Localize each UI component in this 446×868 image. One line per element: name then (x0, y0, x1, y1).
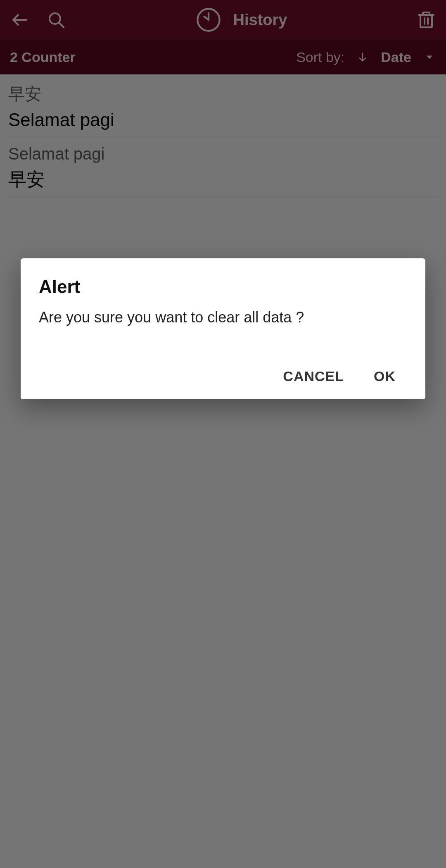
dialog-message: Are you sure you want to clear all data … (39, 309, 407, 326)
modal-overlay[interactable] (0, 0, 446, 868)
cancel-button[interactable]: CANCEL (280, 363, 347, 389)
ok-button[interactable]: OK (370, 363, 399, 389)
alert-dialog: Alert Are you sure you want to clear all… (21, 258, 425, 399)
dialog-title: Alert (39, 277, 407, 297)
dialog-buttons: CANCEL OK (39, 363, 407, 389)
